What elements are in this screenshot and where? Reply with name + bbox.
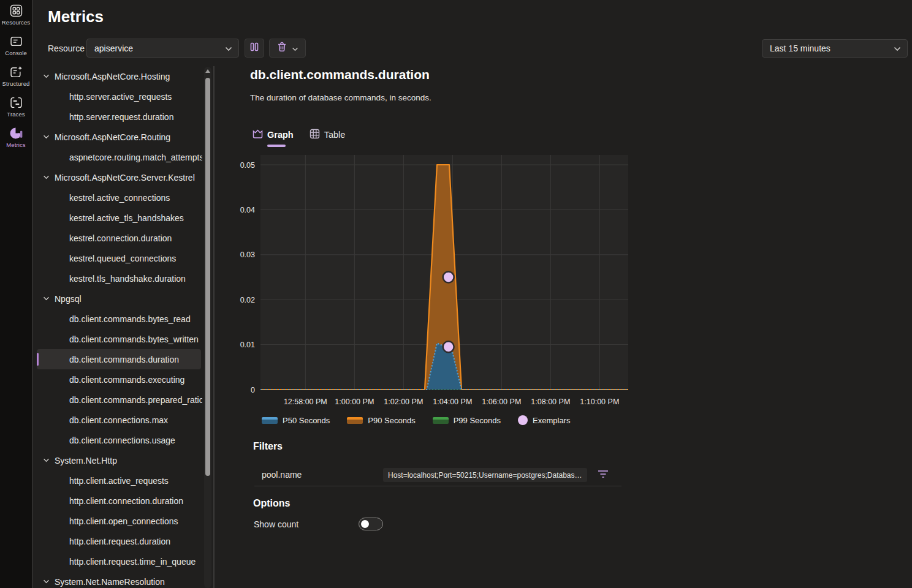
tree-group-Microsoft.AspNetCore.Hosting[interactable]: Microsoft.AspNetCore.Hosting (37, 66, 202, 86)
metric-chart[interactable]: 00.010.020.030.040.0512:58:00 PM1:00:00 … (233, 154, 631, 409)
pause-updates-button[interactable] (245, 39, 264, 58)
legend-entry-P50 Seconds[interactable]: P50 Seconds (262, 416, 330, 425)
tree-item-aspnetcore.routing.match_attempts[interactable]: aspnetcore.routing.match_attempts (37, 147, 201, 167)
legend-entry-P90 Seconds[interactable]: P90 Seconds (347, 416, 415, 425)
tree-item-http.client.active_requests[interactable]: http.client.active_requests (37, 470, 201, 491)
table-grid-icon (310, 129, 320, 141)
tree-item-kestrel.tls_handshake.duration[interactable]: kestrel.tls_handshake.duration (37, 268, 201, 288)
svg-text:1:06:00 PM: 1:06:00 PM (482, 398, 521, 406)
nav-rail: Resources Console Structured (0, 0, 32, 588)
tree-item-label: db.client.commands.executing (69, 375, 184, 385)
tree-item-db.client.commands.executing[interactable]: db.client.commands.executing (37, 369, 201, 390)
exemplar-point[interactable] (443, 341, 454, 352)
options-heading: Options (253, 498, 290, 509)
panel-divider (213, 66, 215, 588)
tab-table[interactable]: Table (310, 129, 346, 147)
remove-metrics-split-button[interactable] (269, 39, 306, 58)
nav-item-console[interactable]: Console (0, 31, 32, 61)
tree-item-db.client.commands.bytes_written[interactable]: db.client.commands.bytes_written (37, 329, 201, 349)
legend-entry-Exemplars[interactable]: Exemplars (518, 415, 570, 425)
graph-chart-icon (253, 129, 263, 141)
nav-item-structured[interactable]: Structured (0, 61, 32, 92)
tree-item-http.client.connection.duration[interactable]: http.client.connection.duration (37, 491, 201, 511)
nav-item-label: Console (5, 50, 27, 56)
tree-item-kestrel.active_tls_handshakes[interactable]: kestrel.active_tls_handshakes (37, 208, 201, 228)
tree-item-label: kestrel.queued_connections (69, 254, 176, 263)
tree-item-http.server.request.duration[interactable]: http.server.request.duration (37, 107, 201, 127)
tree-group-label: System.Net.Http (55, 456, 117, 466)
svg-text:1:08:00 PM: 1:08:00 PM (531, 398, 570, 406)
tree-item-label: http.client.request.time_in_queue (69, 557, 196, 567)
tree-group-System.Net.Http[interactable]: System.Net.Http (37, 450, 202, 470)
tree-item-kestrel.active_connections[interactable]: kestrel.active_connections (37, 187, 201, 208)
filters-heading: Filters (253, 441, 283, 452)
tree-group-label: Microsoft.AspNetCore.Hosting (55, 72, 170, 81)
legend-label: P50 Seconds (283, 416, 330, 425)
tree-item-kestrel.queued_connections[interactable]: kestrel.queued_connections (37, 248, 201, 268)
trash-icon (277, 42, 287, 55)
resource-label: Resource (48, 43, 85, 53)
tree-item-http.client.open_connections[interactable]: http.client.open_connections (37, 511, 201, 531)
metric-description: The duration of database commands, in se… (250, 93, 431, 102)
tree-scrollbar[interactable] (204, 67, 211, 588)
time-range-value: Last 15 minutes (770, 43, 830, 53)
svg-text:0.02: 0.02 (240, 296, 255, 304)
nav-item-metrics[interactable]: Metrics (0, 123, 32, 153)
tree-item-label: http.client.request.duration (69, 537, 170, 546)
tree-group-System.Net.NameResolution[interactable]: System.Net.NameResolution (37, 571, 202, 588)
tree-item-db.client.commands.bytes_read[interactable]: db.client.commands.bytes_read (37, 309, 201, 329)
tree-item-db.client.commands.prepared_ratio[interactable]: db.client.commands.prepared_ratio (37, 390, 201, 410)
tree-item-label: kestrel.active_tls_handshakes (69, 213, 184, 223)
tree-group-label: Npgsql (55, 294, 82, 304)
exemplar-point[interactable] (443, 272, 454, 283)
tree-group-label: Microsoft.AspNetCore.Server.Kestrel (55, 173, 195, 183)
tree-group-Microsoft.AspNetCore.Routing[interactable]: Microsoft.AspNetCore.Routing (37, 127, 202, 147)
chevron-down-icon (43, 579, 50, 584)
tree-item-http.client.request.time_in_queue[interactable]: http.client.request.time_in_queue (37, 551, 201, 571)
legend-label: Exemplars (533, 416, 570, 425)
filter-value-text: Host=localhost;Port=50215;Username=postg… (388, 471, 582, 480)
filter-value-chip[interactable]: Host=localhost;Port=50215;Username=postg… (383, 468, 587, 482)
nav-item-label: Resources (2, 19, 30, 26)
tree-item-db.client.connections.max[interactable]: db.client.connections.max (37, 410, 201, 430)
nav-item-label: Structured (2, 80, 30, 87)
tree-item-http.server.active_requests[interactable]: http.server.active_requests (37, 86, 201, 107)
tab-graph[interactable]: Graph (253, 129, 294, 147)
tree-item-label: kestrel.connection.duration (69, 233, 172, 243)
toggle-knob (361, 520, 369, 528)
tree-item-kestrel.connection.duration[interactable]: kestrel.connection.duration (37, 228, 201, 248)
structured-logs-icon (10, 66, 23, 78)
chevron-down-icon (43, 135, 50, 139)
svg-text:1:10:00 PM: 1:10:00 PM (580, 398, 619, 406)
tree-group-Microsoft.AspNetCore.Server.Kestrel[interactable]: Microsoft.AspNetCore.Server.Kestrel (37, 167, 202, 187)
nav-item-traces[interactable]: Traces (0, 92, 32, 123)
filter-button[interactable] (596, 469, 610, 482)
nav-item-resources[interactable]: Resources (0, 0, 32, 31)
svg-text:12:58:00 PM: 12:58:00 PM (284, 398, 327, 406)
svg-text:1:02:00 PM: 1:02:00 PM (384, 398, 423, 406)
page-title: Metrics (48, 7, 104, 26)
tree-item-db.client.connections.usage[interactable]: db.client.connections.usage (37, 430, 201, 450)
legend-entry-P99 Seconds[interactable]: P99 Seconds (433, 416, 501, 425)
tree-item-db.client.commands.duration[interactable]: db.client.commands.duration (37, 349, 201, 369)
tree-group-label: Microsoft.AspNetCore.Routing (55, 132, 170, 142)
chevron-down-icon (43, 296, 50, 301)
svg-text:1:04:00 PM: 1:04:00 PM (433, 398, 472, 406)
tree-item-label: db.client.commands.bytes_written (69, 334, 199, 344)
scroll-up-arrow-icon[interactable] (205, 69, 210, 73)
tree-item-http.client.request.duration[interactable]: http.client.request.duration (37, 531, 201, 551)
svg-text:1:00:00 PM: 1:00:00 PM (335, 398, 374, 406)
tree-scrollbar-thumb[interactable] (205, 78, 210, 476)
time-range-select[interactable]: Last 15 minutes (762, 39, 908, 58)
resource-select[interactable]: apiservice (86, 39, 239, 58)
tree-item-label: http.client.open_connections (69, 516, 178, 526)
tree-item-label: kestrel.tls_handshake.duration (69, 274, 186, 284)
filters-divider (254, 486, 621, 486)
console-icon (10, 35, 23, 48)
tree-group-Npgsql[interactable]: Npgsql (37, 288, 202, 309)
legend-label: P90 Seconds (368, 416, 415, 425)
svg-text:0.03: 0.03 (240, 251, 255, 259)
traces-icon (10, 96, 23, 109)
show-count-toggle[interactable] (359, 518, 383, 530)
legend-swatch-icon (347, 417, 363, 424)
